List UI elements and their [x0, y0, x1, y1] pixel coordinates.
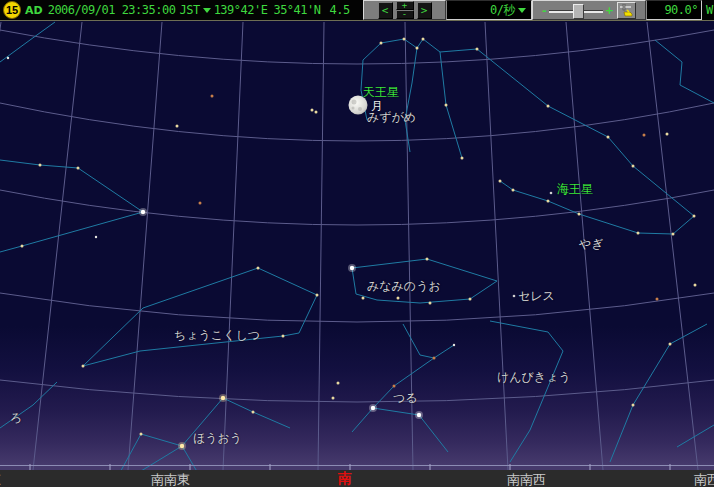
constellation-line — [633, 166, 694, 216]
star — [380, 42, 383, 45]
star — [453, 344, 455, 346]
epoch-badge: 15 — [3, 1, 21, 19]
step-size-stepper: + - — [396, 1, 414, 19]
star — [141, 210, 145, 214]
star — [282, 335, 285, 338]
fov-display: 90.0° — [646, 0, 702, 20]
moon-crater — [358, 107, 362, 111]
constellation-line — [440, 52, 462, 158]
zoom-in-label[interactable]: + — [605, 4, 614, 17]
constellation-line — [500, 181, 694, 234]
planetarium-app: 15 AD 2006/09/01 23:35:00 JST 139°42'E 3… — [0, 0, 714, 487]
star — [607, 136, 610, 139]
star — [417, 413, 421, 417]
star — [95, 236, 97, 238]
constellation-line — [112, 434, 141, 470]
star — [429, 302, 432, 305]
speed-dropdown-icon[interactable] — [518, 8, 526, 13]
constellation-label: やぎ — [579, 238, 604, 251]
zoom-slider[interactable] — [549, 2, 603, 19]
zoom-panel: - + — [532, 0, 646, 20]
toolbar: 15 AD 2006/09/01 23:35:00 JST 139°42'E 3… — [0, 0, 714, 21]
star — [512, 189, 515, 192]
ceres-label: セレス — [518, 290, 555, 303]
neptune-label: 海王星 — [557, 183, 593, 196]
ceres-dot — [513, 295, 516, 298]
constellation-label: ちょうこくしつ — [174, 329, 260, 342]
uranus-label: 天王星 — [363, 86, 399, 99]
star — [499, 180, 502, 183]
step-minus-button[interactable]: - — [396, 10, 414, 19]
star — [393, 385, 396, 388]
direction-partial-label: W — [706, 3, 713, 17]
constellation-label: みずがめ — [367, 111, 416, 124]
grid-azimuth-line — [318, 22, 324, 470]
constellation-line — [182, 446, 202, 470]
zoom-slider-thumb[interactable] — [573, 4, 584, 19]
neptune-dot — [550, 192, 553, 195]
magnitude-display: 4.5 — [330, 3, 350, 17]
star — [426, 258, 429, 261]
star — [316, 294, 319, 297]
settings-tool-icon — [620, 4, 633, 17]
datetime-dropdown-icon[interactable] — [203, 8, 211, 13]
speed-value: 0/秒 — [490, 2, 515, 19]
constellation-line — [610, 324, 707, 462]
star — [403, 38, 406, 41]
grid-azimuth-line — [33, 22, 82, 470]
star — [433, 357, 436, 360]
constellation-line — [0, 22, 55, 62]
star — [221, 396, 225, 400]
grid-azimuth-line — [647, 22, 698, 470]
star — [461, 157, 464, 160]
star — [199, 202, 202, 205]
star — [422, 38, 425, 41]
grid-altitude-arc — [0, 30, 714, 64]
datetime-location-panel: 15 AD 2006/09/01 23:35:00 JST 139°42'E 3… — [0, 0, 363, 20]
star — [445, 104, 448, 107]
settings-button[interactable] — [617, 2, 636, 19]
constellation-line — [83, 268, 317, 366]
step-back-button[interactable]: < — [378, 2, 393, 19]
star — [371, 406, 375, 410]
direction-label: 南西 — [694, 471, 714, 487]
constellation-label: けんびきょう — [497, 371, 571, 384]
latitude-display: 35°41'N — [273, 3, 320, 17]
star — [7, 57, 9, 59]
datetime-display: 2006/09/01 23:35:00 — [48, 3, 176, 17]
star — [632, 404, 635, 407]
star — [397, 297, 400, 300]
step-forward-button[interactable]: > — [417, 2, 432, 19]
grid-altitude-arc — [0, 293, 714, 322]
star — [39, 164, 42, 167]
direction-bar: 東南南東南南南西南西 — [0, 470, 714, 487]
direction-label: 南 — [338, 470, 352, 487]
constellation-line — [123, 446, 182, 470]
constellation-line — [373, 408, 448, 452]
constellation-line — [655, 40, 714, 103]
star — [637, 232, 640, 235]
star — [362, 297, 365, 300]
speed-dropdown[interactable]: 0/秒 — [446, 0, 532, 20]
sky-chart-svg — [0, 21, 714, 470]
star — [21, 245, 24, 248]
star — [332, 397, 335, 400]
star — [694, 284, 697, 287]
star — [693, 215, 696, 218]
constellation-line — [0, 382, 57, 428]
grid-altitude-arc — [0, 190, 714, 225]
star — [176, 125, 179, 128]
sky-viewport[interactable]: 天王星海王星セレス月みずがめやぎみなみのうおちょうこくしつけんびきょうつるほうお… — [0, 21, 714, 470]
star — [140, 433, 143, 436]
star — [416, 47, 419, 50]
grid-azimuth-line — [485, 22, 508, 470]
fov-value: 90.0° — [664, 3, 698, 17]
constellation-line — [477, 49, 633, 166]
zoom-out-label[interactable]: - — [542, 4, 547, 17]
constellation-label: つる — [393, 392, 418, 405]
direction-readout: W — [702, 0, 714, 20]
direction-label: 東 — [0, 471, 1, 487]
moon-crater — [352, 107, 355, 110]
star — [672, 233, 675, 236]
star — [180, 444, 184, 448]
